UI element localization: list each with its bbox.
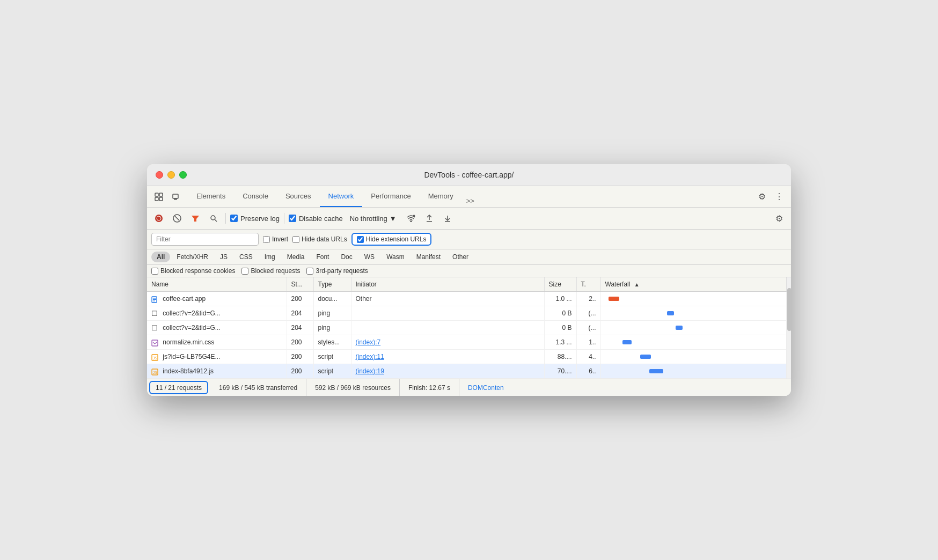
- col-header-initiator[interactable]: Initiator: [351, 277, 544, 292]
- row-status: 204: [287, 321, 313, 335]
- maximize-button[interactable]: [179, 171, 187, 179]
- download-button[interactable]: [440, 211, 455, 226]
- type-filter-font[interactable]: Font: [311, 252, 334, 262]
- invert-checkbox[interactable]: [263, 236, 270, 243]
- row-name: normalize.min.css: [147, 335, 287, 350]
- hide-extension-urls-toggle[interactable]: Hide extension URLs: [351, 233, 432, 246]
- preserve-log-checkbox[interactable]: [230, 215, 238, 222]
- tab-sources[interactable]: Sources: [277, 186, 320, 207]
- wifi-settings-button[interactable]: [404, 211, 419, 226]
- table-header: Name St... Type Initiator Size T. Waterf…: [147, 277, 787, 292]
- col-header-name[interactable]: Name: [147, 277, 287, 292]
- svg-marker-10: [192, 216, 199, 222]
- row-initiator: [351, 321, 544, 335]
- minimize-button[interactable]: [167, 171, 175, 179]
- hide-data-urls-toggle[interactable]: Hide data URLs: [292, 235, 347, 243]
- blocked-requests-toggle[interactable]: Blocked requests: [241, 267, 300, 275]
- table-row[interactable]: ☐ collect?v=2&tid=G... 204 ping 0 B (...: [147, 306, 787, 321]
- type-filter-js[interactable]: JS: [215, 252, 233, 262]
- col-header-type[interactable]: Type: [313, 277, 351, 292]
- more-icon[interactable]: ⋮: [772, 189, 787, 204]
- type-filter-img[interactable]: Img: [259, 252, 281, 262]
- finish-time: Finish: 12.67 s: [400, 379, 459, 396]
- row-name: ☐ collect?v=2&tid=G...: [147, 306, 287, 321]
- col-header-time[interactable]: T.: [576, 277, 600, 292]
- table-row[interactable]: ☐ collect?v=2&tid=G... 204 ping 0 B (...: [147, 321, 787, 335]
- inspect-icon[interactable]: [151, 189, 166, 204]
- svg-line-12: [215, 220, 217, 222]
- initiator-link[interactable]: (index):11: [356, 353, 384, 360]
- svg-point-11: [211, 216, 215, 220]
- type-filter-ws[interactable]: WS: [359, 252, 380, 262]
- titlebar: DevTools - coffee-cart.app/: [147, 164, 791, 186]
- row-waterfall: [600, 292, 787, 306]
- blocked-cookies-checkbox[interactable]: [151, 268, 158, 275]
- svg-rect-3: [159, 197, 163, 201]
- hide-ext-urls-checkbox[interactable]: [357, 236, 364, 243]
- dom-content-loaded: DOMConten: [459, 379, 512, 396]
- window-title: DevTools - coffee-cart.app/: [424, 171, 514, 179]
- initiator-link[interactable]: (index):7: [356, 338, 381, 346]
- tab-more[interactable]: >>: [462, 195, 479, 207]
- row-time: (...: [576, 306, 600, 321]
- scrollbar-thumb[interactable]: [787, 288, 791, 331]
- table-row[interactable]: normalize.min.css 200 styles... (index):…: [147, 335, 787, 350]
- preserve-log-toggle[interactable]: Preserve log: [230, 215, 280, 223]
- svg-rect-24: [152, 340, 158, 346]
- third-party-checkbox[interactable]: [306, 268, 313, 275]
- throttle-select[interactable]: No throttling ▼: [346, 212, 400, 225]
- type-filter-wasm[interactable]: Wasm: [381, 252, 410, 262]
- tab-network[interactable]: Network: [320, 186, 363, 207]
- blocked-cookies-toggle[interactable]: Blocked response cookies: [151, 267, 235, 275]
- table-row[interactable]: JS js?id=G-LB75G4E... 200 script (index)…: [147, 350, 787, 364]
- js-icon: JS: [151, 353, 159, 360]
- row-waterfall: [600, 321, 787, 335]
- row-size: 1.3 ...: [544, 335, 576, 350]
- tab-performance[interactable]: Performance: [362, 186, 419, 207]
- tab-memory[interactable]: Memory: [420, 186, 462, 207]
- col-header-waterfall[interactable]: Waterfall ▲: [600, 277, 787, 292]
- requests-count: 11 / 21 requests: [149, 381, 208, 394]
- type-filter-media[interactable]: Media: [282, 252, 310, 262]
- network-settings-button[interactable]: ⚙: [772, 211, 787, 226]
- device-icon[interactable]: [168, 189, 184, 204]
- table-row[interactable]: JS index-8bfa4912.js 200 script (index):…: [147, 364, 787, 379]
- type-filter-fetch-xhr[interactable]: Fetch/XHR: [171, 252, 214, 262]
- hide-data-urls-checkbox[interactable]: [292, 236, 299, 243]
- initiator-link[interactable]: (index):19: [356, 367, 384, 375]
- row-size: 0 B: [544, 306, 576, 321]
- row-time: 6..: [576, 364, 600, 379]
- type-filter-css[interactable]: CSS: [234, 252, 258, 262]
- tab-elements[interactable]: Elements: [188, 186, 234, 207]
- disable-cache-checkbox[interactable]: [289, 215, 296, 222]
- search-button[interactable]: [206, 211, 221, 226]
- upload-button[interactable]: [422, 211, 437, 226]
- blocked-requests-checkbox[interactable]: [241, 268, 248, 275]
- row-initiator: (index):11: [351, 350, 544, 364]
- settings-icon[interactable]: ⚙: [754, 189, 770, 204]
- type-filter-other[interactable]: Other: [447, 252, 474, 262]
- filter-input[interactable]: [151, 233, 259, 246]
- third-party-toggle[interactable]: 3rd-party requests: [306, 267, 368, 275]
- clear-button[interactable]: [170, 211, 185, 226]
- invert-toggle[interactable]: Invert: [263, 235, 288, 243]
- scrollbar-track[interactable]: [787, 277, 791, 379]
- col-header-status[interactable]: St...: [287, 277, 313, 292]
- disable-cache-toggle[interactable]: Disable cache: [289, 215, 343, 223]
- css-icon: [151, 338, 159, 346]
- type-filter-doc[interactable]: Doc: [335, 252, 357, 262]
- col-header-size[interactable]: Size: [544, 277, 576, 292]
- tab-console[interactable]: Console: [234, 186, 277, 207]
- devtools-body: Elements Console Sources Network Perform…: [147, 186, 791, 396]
- filter-button[interactable]: [188, 211, 203, 226]
- close-button[interactable]: [156, 171, 163, 179]
- svg-point-13: [411, 221, 412, 222]
- row-type: script: [313, 364, 351, 379]
- type-filter-manifest[interactable]: Manifest: [411, 252, 446, 262]
- network-table-container[interactable]: Name St... Type Initiator Size T. Waterf…: [147, 277, 787, 379]
- table-row[interactable]: coffee-cart.app 200 docu... Other 1.0 ..…: [147, 292, 787, 306]
- stop-recording-button[interactable]: [151, 211, 166, 226]
- svg-rect-4: [173, 194, 178, 198]
- throttle-dropdown-icon: ▼: [390, 215, 397, 223]
- type-filter-all[interactable]: All: [151, 252, 170, 262]
